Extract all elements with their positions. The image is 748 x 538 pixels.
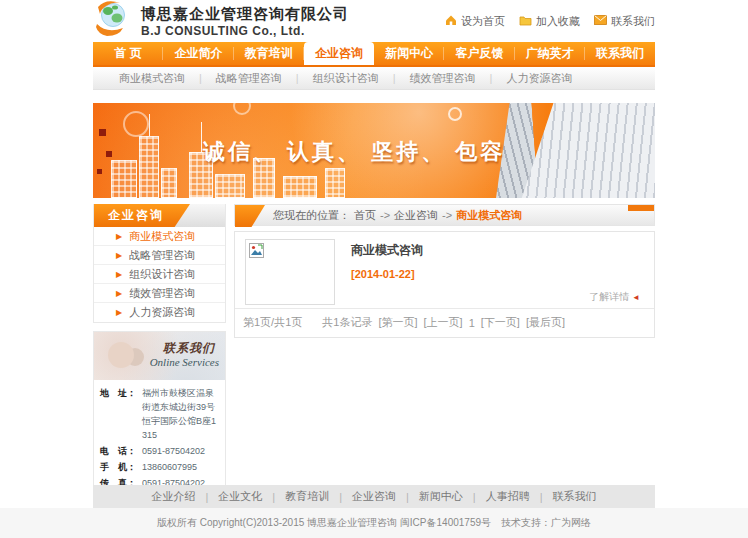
banner-decor-circle	[123, 111, 149, 137]
sidebar-item-business-model[interactable]: ▶ 商业模式咨询	[94, 227, 225, 246]
sidebar-item-hr[interactable]: ▶ 人力资源咨询	[94, 303, 225, 322]
last-page-button[interactable]: [最后页]	[526, 315, 565, 330]
article-info: 商业模式咨询 [2014-01-22]	[351, 239, 423, 301]
add-favorite-link[interactable]: 加入收藏	[519, 14, 580, 29]
article-thumbnail[interactable]	[245, 239, 335, 305]
customer-service-photo: 联系我们 Online Services	[94, 332, 225, 380]
contact-label: 地 址：	[100, 386, 142, 442]
breadcrumb-separator: ->	[380, 209, 390, 221]
arrow-right-icon: ▶	[116, 289, 122, 298]
nav-item-consulting[interactable]: 企业咨询	[304, 42, 374, 65]
breadcrumb-decor	[235, 205, 265, 227]
footer-link-training[interactable]: 教育培训	[275, 489, 339, 504]
contact-us-link[interactable]: 联系我们	[594, 14, 655, 29]
read-more-link[interactable]: 了解详情 ◄	[589, 290, 640, 304]
nav-item-contact[interactable]: 联系我们	[585, 42, 655, 65]
banner-decor-circle	[233, 103, 251, 115]
subnav-hr[interactable]: 人力资源咨询	[492, 71, 586, 86]
article-date: [2014-01-22]	[351, 268, 423, 280]
sub-nav: 商业模式咨询| 战略管理咨询| 组织设计咨询| 绩效管理咨询| 人力资源咨询	[93, 67, 655, 90]
banner-building	[215, 174, 245, 198]
footer-link-consulting[interactable]: 企业咨询	[342, 489, 406, 504]
banner-antenna	[201, 122, 202, 152]
company-name-cn: 博思嘉企业管理咨询有限公司	[141, 5, 349, 24]
footer-link-news[interactable]: 新闻中心	[409, 489, 473, 504]
banner-decor-square	[99, 129, 106, 136]
subnav-org-design[interactable]: 组织设计咨询	[299, 71, 393, 86]
sidebar-item-performance[interactable]: ▶ 绩效管理咨询	[94, 284, 225, 303]
contact-row-address: 地 址： 福州市鼓楼区温泉街道东城边街39号恒宇国际公馆B座1315	[100, 386, 219, 442]
contact-us-label: 联系我们	[611, 14, 655, 29]
banner-building	[325, 168, 345, 198]
footer-link-culture[interactable]: 企业文化	[208, 489, 272, 504]
subnav-business-model[interactable]: 商业模式咨询	[105, 71, 199, 86]
photo-figure	[108, 342, 134, 368]
sidebar-item-label: 组织设计咨询	[129, 267, 195, 282]
banner-building	[139, 136, 159, 198]
footer-link-about[interactable]: 企业介绍	[141, 489, 205, 504]
copyright-text: 版权所有 Copyright(C)2013-2015 博思嘉企业管理咨询 闽IC…	[0, 508, 748, 538]
add-favorite-label: 加入收藏	[536, 14, 580, 29]
breadcrumb-current: 商业模式咨询	[456, 208, 522, 223]
main-column: 您现在的位置： 首页 -> 企业咨询 -> 商业模式咨询	[234, 204, 655, 338]
contact-row-phone: 电 话： 0591-87504202	[100, 444, 219, 458]
article-item[interactable]: 商业模式咨询 [2014-01-22] 了解详情 ◄	[235, 232, 654, 308]
contact-value: 0591-87504202	[142, 444, 219, 458]
arrow-right-icon: ▶	[116, 251, 122, 260]
subnav-performance[interactable]: 绩效管理咨询	[396, 71, 490, 86]
page: 博思嘉企业管理咨询有限公司 B.J CONSULTING Co., Ltd. 设…	[0, 0, 748, 538]
footer-nav: 企业介绍| 企业文化| 教育培训| 企业咨询| 新闻中心| 人事招聘| 联系我们	[93, 485, 655, 508]
arrow-right-icon: ▶	[116, 308, 122, 317]
company-name: 博思嘉企业管理咨询有限公司 B.J CONSULTING Co., Ltd.	[141, 5, 349, 38]
record-count: 共1条记录	[322, 315, 372, 330]
nav-item-careers[interactable]: 广纳英才	[515, 42, 585, 65]
footer-link-contact[interactable]: 联系我们	[543, 489, 607, 504]
sidebar-item-label: 战略管理咨询	[129, 248, 195, 263]
subnav-strategy[interactable]: 战略管理咨询	[202, 71, 296, 86]
contact-row-mobile: 手 机： 13860607995	[100, 460, 219, 474]
main-nav: 首 页 企业简介 教育培训 企业咨询 新闻中心 客户反馈 广纳英才 联系我们	[93, 42, 655, 67]
prev-page-button[interactable]: [上一页]	[424, 315, 463, 330]
nav-item-home[interactable]: 首 页	[93, 42, 163, 65]
top-header: 博思嘉企业管理咨询有限公司 B.J CONSULTING Co., Ltd. 设…	[0, 0, 748, 42]
nav-item-news[interactable]: 新闻中心	[374, 42, 444, 65]
footer: 企业介绍| 企业文化| 教育培训| 企业咨询| 新闻中心| 人事招聘| 联系我们…	[0, 485, 748, 538]
banner-slogan: 诚信、 认真、 坚持、 包容	[203, 137, 505, 167]
sidebar-menu: 企业咨询 ▶ 商业模式咨询 ▶ 战略管理咨询 ▶ 组织设计咨询	[93, 204, 226, 323]
contact-value: 福州市鼓楼区温泉街道东城边街39号恒宇国际公馆B座1315	[142, 386, 219, 442]
nav-item-about[interactable]: 企业简介	[163, 42, 233, 65]
banner-building	[161, 168, 177, 198]
first-page-button[interactable]: [第一页]	[378, 315, 417, 330]
contact-title-cn: 联系我们	[163, 340, 215, 357]
sidebar-item-label: 人力资源咨询	[129, 305, 195, 320]
banner-decor-square	[97, 169, 102, 174]
page-info: 第1页/共1页	[243, 315, 302, 330]
breadcrumb-separator: ->	[442, 209, 452, 221]
breadcrumb-consulting-link[interactable]: 企业咨询	[394, 208, 438, 223]
arrow-right-icon: ▶	[116, 270, 122, 279]
article-list-box: 商业模式咨询 [2014-01-22] 了解详情 ◄ 第1页/共1页 共1条记录	[234, 231, 655, 338]
breadcrumb-home-link[interactable]: 首页	[354, 208, 376, 223]
breadcrumb: 您现在的位置： 首页 -> 企业咨询 -> 商业模式咨询	[234, 204, 655, 226]
set-homepage-link[interactable]: 设为首页	[445, 14, 505, 29]
read-more-arrow-icon: ◄	[632, 293, 640, 302]
contact-value: 13860607995	[142, 460, 219, 474]
sidebar-item-org-design[interactable]: ▶ 组织设计咨询	[94, 265, 225, 284]
next-page-button[interactable]: [下一页]	[481, 315, 520, 330]
sidebar-item-label: 商业模式咨询	[129, 229, 195, 244]
sidebar-menu-header: 企业咨询	[94, 204, 225, 227]
banner-antenna	[149, 114, 150, 136]
article-title[interactable]: 商业模式咨询	[351, 242, 423, 259]
broken-image-icon	[249, 244, 264, 261]
company-name-en: B.J CONSULTING Co., Ltd.	[141, 24, 349, 38]
footer-link-recruit[interactable]: 人事招聘	[476, 489, 540, 504]
banner-decor-circle	[448, 107, 462, 121]
sidebar-item-strategy[interactable]: ▶ 战略管理咨询	[94, 246, 225, 265]
breadcrumb-cap-decor	[628, 205, 654, 211]
nav-item-feedback[interactable]: 客户反馈	[444, 42, 514, 65]
company-logo[interactable]: 博思嘉企业管理咨询有限公司 B.J CONSULTING Co., Ltd.	[93, 0, 349, 42]
breadcrumb-prefix: 您现在的位置：	[273, 208, 350, 223]
folder-icon	[519, 15, 532, 28]
nav-item-training[interactable]: 教育培训	[234, 42, 304, 65]
read-more-label: 了解详情	[589, 291, 629, 302]
